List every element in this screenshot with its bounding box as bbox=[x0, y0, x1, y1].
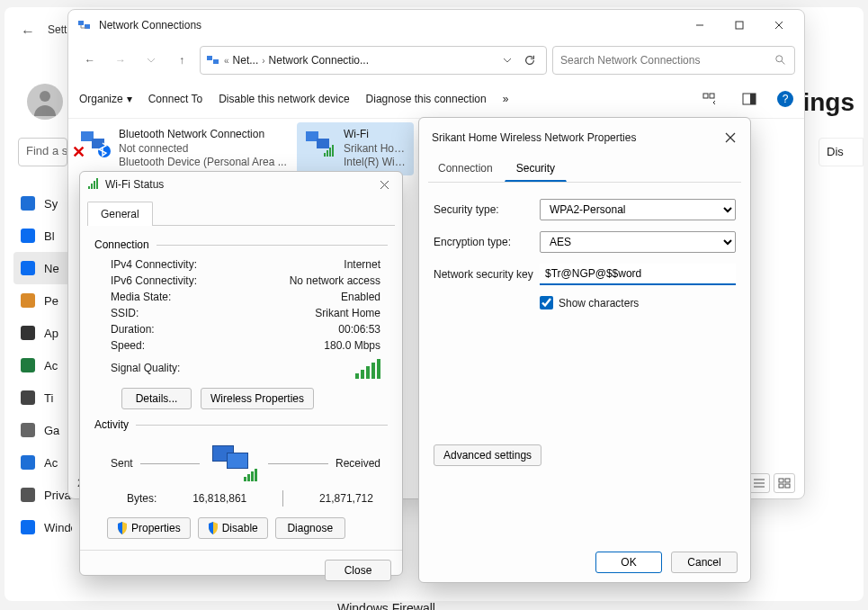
svg-rect-3 bbox=[736, 22, 743, 29]
sidebar-item[interactable]: Ti bbox=[13, 381, 72, 414]
sidebar-label: Ac bbox=[44, 456, 58, 470]
svg-rect-18 bbox=[317, 139, 329, 148]
diagnose-button[interactable]: Diagnose this connection bbox=[366, 93, 487, 105]
details-button[interactable]: Details... bbox=[121, 388, 192, 409]
svg-rect-26 bbox=[779, 479, 783, 482]
connection-item-bluetooth[interactable]: ✕ Bluetooth Network Connection Not conne… bbox=[72, 122, 297, 175]
network-icon bbox=[77, 18, 92, 32]
connection-item-wifi[interactable]: Wi-Fi Srikant Home Intel(R) Wirele bbox=[297, 122, 414, 175]
security-type-select[interactable]: WPA2-Personal bbox=[540, 199, 736, 220]
preview-pane-icon[interactable] bbox=[738, 87, 761, 111]
svg-rect-11 bbox=[710, 94, 714, 98]
status-key: SSID: bbox=[111, 307, 139, 319]
help-icon[interactable]: ? bbox=[777, 91, 793, 107]
minimize-button[interactable] bbox=[680, 12, 720, 39]
organize-menu[interactable]: Organize ▾ bbox=[79, 93, 132, 105]
shield-icon bbox=[117, 522, 128, 534]
connection-name: Wi-Fi bbox=[344, 128, 407, 142]
nav-back-icon[interactable]: ← bbox=[77, 48, 103, 73]
refresh-icon[interactable] bbox=[519, 49, 541, 71]
sidebar-item[interactable]: Ne bbox=[13, 252, 72, 284]
chevron-down-icon[interactable] bbox=[503, 56, 512, 65]
address-bar[interactable]: « Net... › Network Connectio... bbox=[200, 46, 547, 75]
titlebar: Network Connections bbox=[68, 10, 804, 40]
search-input[interactable] bbox=[560, 54, 774, 67]
sidebar-item[interactable]: Pe bbox=[13, 284, 72, 317]
tab-security[interactable]: Security bbox=[505, 156, 567, 182]
wireless-properties-button[interactable]: Wireless Properties bbox=[201, 388, 314, 409]
signal-bars-icon bbox=[355, 357, 380, 379]
connection-status: Not connected bbox=[119, 142, 287, 157]
nav-history-icon[interactable] bbox=[139, 48, 164, 73]
view-options-icon[interactable] bbox=[698, 87, 721, 111]
tab-strip: General bbox=[80, 197, 402, 225]
status-key: IPv4 Connectivity: bbox=[111, 258, 197, 271]
close-button[interactable] bbox=[371, 175, 397, 194]
sidebar-icon bbox=[21, 488, 35, 502]
truncated-button[interactable]: Dis bbox=[819, 138, 864, 166]
firewall-heading: Windows Firewall bbox=[337, 601, 435, 610]
breadcrumb[interactable]: Net... bbox=[233, 54, 259, 67]
maximize-button[interactable] bbox=[720, 12, 759, 39]
encryption-type-select[interactable]: AES bbox=[540, 231, 736, 253]
signal-icon bbox=[87, 178, 100, 191]
show-characters-checkbox[interactable] bbox=[540, 296, 553, 309]
avatar[interactable] bbox=[27, 84, 63, 120]
sidebar-icon bbox=[21, 326, 35, 340]
sidebar-item[interactable]: Sy bbox=[13, 187, 72, 220]
close-button[interactable] bbox=[720, 127, 741, 148]
group-connection: Connection bbox=[94, 238, 388, 251]
search-box[interactable] bbox=[552, 46, 795, 75]
status-value: 00:06:53 bbox=[338, 323, 380, 336]
svg-point-8 bbox=[776, 56, 783, 62]
sidebar-item[interactable]: Ga bbox=[13, 414, 72, 446]
svg-rect-29 bbox=[785, 484, 790, 488]
status-key: Media State: bbox=[111, 291, 171, 303]
close-button[interactable] bbox=[759, 12, 799, 39]
sidebar-item[interactable]: Ap bbox=[13, 317, 72, 349]
properties-button[interactable]: Properties bbox=[107, 517, 191, 539]
network-key-input[interactable] bbox=[540, 264, 736, 285]
svg-rect-14 bbox=[81, 131, 94, 141]
close-button[interactable]: Close bbox=[325, 560, 391, 581]
overflow-icon[interactable]: » bbox=[503, 93, 509, 105]
settings-sidebar: SyBlNePeApAcTiGaAcPrivacyWindo bbox=[13, 187, 72, 543]
svg-rect-21 bbox=[329, 148, 331, 157]
sidebar-icon bbox=[21, 358, 35, 372]
diagnose-button[interactable]: Diagnose bbox=[275, 517, 345, 539]
connection-name: Bluetooth Network Connection bbox=[119, 128, 287, 142]
sidebar-label: Ap bbox=[44, 327, 58, 340]
sidebar-item[interactable]: Ac bbox=[13, 446, 72, 479]
tab-general[interactable]: General bbox=[87, 202, 153, 226]
sidebar-item[interactable]: Windo bbox=[13, 511, 72, 543]
nav-up-icon[interactable]: ↑ bbox=[169, 48, 194, 73]
disconnected-x-icon: ✕ bbox=[72, 142, 85, 162]
settings-search-input[interactable]: Find a s bbox=[18, 138, 67, 166]
settings-title: Setti bbox=[48, 23, 69, 36]
sidebar-item[interactable]: Ac bbox=[13, 349, 72, 381]
sidebar-item[interactable]: Bl bbox=[13, 220, 72, 252]
ok-button[interactable]: OK bbox=[595, 552, 662, 573]
svg-rect-20 bbox=[327, 150, 328, 157]
disable-device-button[interactable]: Disable this network device bbox=[219, 93, 349, 105]
large-icons-view-icon[interactable] bbox=[774, 473, 795, 493]
tab-connection[interactable]: Connection bbox=[426, 156, 505, 182]
search-icon[interactable] bbox=[774, 54, 787, 67]
details-view-icon[interactable] bbox=[748, 473, 770, 493]
sidebar-label: Windo bbox=[44, 521, 72, 534]
disable-button[interactable]: Disable bbox=[198, 517, 268, 539]
sidebar-item[interactable]: Privacy bbox=[13, 479, 72, 511]
dialog-title: Srikant Home Wireless Network Properties bbox=[432, 131, 636, 144]
sidebar-icon bbox=[21, 423, 35, 437]
status-key: IPv6 Connectivity: bbox=[111, 274, 197, 287]
tab-strip: Connection Security bbox=[419, 156, 750, 182]
cancel-button[interactable]: Cancel bbox=[671, 552, 738, 573]
breadcrumb[interactable]: Network Connectio... bbox=[269, 54, 369, 67]
status-value: Enabled bbox=[341, 291, 380, 303]
svg-rect-33 bbox=[96, 178, 98, 189]
advanced-settings-button[interactable]: Advanced settings bbox=[434, 444, 541, 466]
connection-device: Intel(R) Wirele bbox=[344, 156, 407, 170]
back-icon[interactable]: ← bbox=[21, 23, 35, 40]
connect-to-button[interactable]: Connect To bbox=[148, 93, 203, 105]
group-activity: Activity bbox=[94, 418, 388, 431]
